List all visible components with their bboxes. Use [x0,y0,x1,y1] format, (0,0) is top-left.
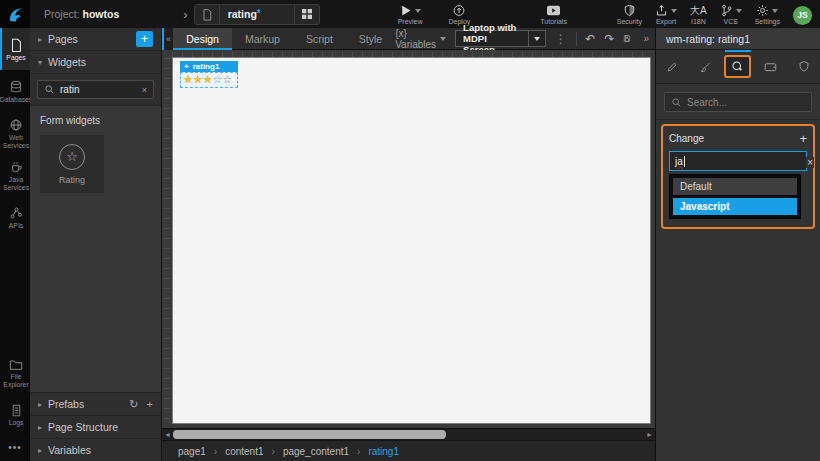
breadcrumb-page1[interactable]: page1 [178,446,206,457]
tab-mobile[interactable] [754,50,787,83]
scrollbar-track[interactable] [173,430,644,439]
topbar-right-actions: Security Export 大A I18N [617,4,820,25]
sidebar-item-databases[interactable]: Databases [0,70,30,112]
globe-icon [9,118,23,132]
center-column: « Design Markup Script Style {x} Variabl… [162,28,655,461]
add-page-button[interactable]: + [136,31,153,47]
sidebar-item-file-explorer[interactable]: File Explorer [0,352,30,394]
breadcrumb-rating1[interactable]: rating1 [368,446,399,457]
pages-panel-label: Pages [48,33,78,45]
option-javascript[interactable]: Javascript [673,198,797,215]
more-options-icon[interactable]: ⋮ [555,32,567,46]
sidebar-item-pages[interactable]: Pages [0,28,30,70]
device-selector[interactable]: Laptop with MDPI Screen [455,30,546,47]
wavemaker-logo-icon [6,5,24,23]
divider [656,119,820,120]
widget-selection-tag[interactable]: + rating1 [180,61,238,72]
rail-label: Java Services [2,176,30,192]
rating1-widget[interactable]: + rating1 ★★★☆☆ [180,61,238,88]
vcs-branch-icon [720,4,733,17]
scroll-right-icon[interactable]: ► [644,431,655,438]
scroll-left-icon[interactable]: ◄ [162,431,173,438]
scrollbar-thumb[interactable] [173,430,446,439]
rail-more-button[interactable]: ••• [0,436,30,461]
expand-right-panel-button[interactable]: » [640,33,652,44]
redo-button[interactable]: ↷ [604,33,614,45]
breadcrumb-separator: › [357,446,360,457]
rail-label: File Explorer [2,373,30,389]
tab-markup[interactable]: Markup [232,28,293,50]
prefabs-panel-header[interactable]: ▸ Prefabs ↻ + [30,392,161,415]
option-default[interactable]: Default [673,178,797,195]
pages-panel-header[interactable]: ▸ Pages + [30,28,161,51]
preview-button[interactable]: Preview [398,4,423,25]
rating-stars[interactable]: ★★★☆☆ [180,72,238,88]
export-chevron-icon[interactable] [671,9,677,13]
pages-grid-icon[interactable] [294,5,319,24]
text-cursor [684,156,685,167]
star[interactable]: ★ [193,73,203,85]
settings-label: Settings [755,18,780,25]
sidebar-item-logs[interactable]: Logs [0,394,30,436]
events-search-input[interactable]: Search... [664,92,812,112]
breadcrumb-page-content1[interactable]: page_content1 [283,446,349,457]
tab-properties[interactable] [656,50,689,83]
tab-design[interactable]: Design [173,28,232,50]
left-rail: Pages Databases Web Services [0,28,30,461]
sidebar-item-java-services[interactable]: Java Services [0,154,30,196]
move-icon[interactable]: + [184,62,189,71]
settings-chevron-icon[interactable] [772,9,778,13]
rating-star-icon: ☆ [59,144,85,170]
vcs-chevron-icon[interactable] [736,9,742,13]
star[interactable]: ★ [183,73,193,85]
tab-style[interactable]: Style [346,28,395,50]
settings-button[interactable]: Settings [755,4,780,25]
rating-widget-tile[interactable]: ☆ Rating [40,135,104,193]
collapse-left-panel-button[interactable]: « [162,28,173,50]
security-shield-icon [623,4,636,17]
sidebar-item-apis[interactable]: APIs [0,196,30,238]
form-widgets-label: Form widgets [40,115,151,126]
mobile-device-icon [757,56,784,78]
page-selector[interactable]: rating* [194,4,320,25]
refresh-prefabs-icon[interactable]: ↻ [129,398,138,411]
variables-panel-header[interactable]: ▸ Variables [30,438,161,461]
export-button[interactable]: Export [655,4,677,25]
horizontal-scrollbar[interactable]: ◄ ► [162,428,655,440]
tab-events[interactable] [722,50,755,83]
tab-script[interactable]: Script [293,28,346,50]
play-icon [399,4,412,17]
preview-chevron-icon[interactable] [415,9,421,13]
clear-search-icon[interactable]: × [142,85,147,95]
close-suggestions-icon[interactable]: × [806,157,814,168]
add-prefab-icon[interactable]: + [147,398,153,411]
widgets-panel-header[interactable]: ▾ Widgets [30,51,161,74]
vcs-button[interactable]: VCS [720,4,742,25]
breadcrumb-content1[interactable]: content1 [225,446,263,457]
star[interactable]: ☆ [213,73,223,85]
design-canvas[interactable]: + rating1 ★★★☆☆ [172,57,651,424]
wavemaker-logo[interactable] [0,0,30,28]
star[interactable]: ★ [203,73,213,85]
tab-styles[interactable] [689,50,722,83]
security-button[interactable]: Security [617,4,642,25]
tutorials-button[interactable]: Tutorials [540,4,567,25]
breadcrumb-separator: › [272,446,275,457]
user-avatar[interactable]: JS [793,6,812,25]
vcs-label: VCS [724,18,738,25]
search-icon [671,97,682,108]
page-structure-panel-header[interactable]: ▸ Page Structure [30,415,161,438]
widget-search-input[interactable]: ratin × [37,80,154,99]
i18n-button[interactable]: 大A I18N [690,4,707,25]
variables-dropdown[interactable]: {x} Variables [395,28,446,50]
star[interactable]: ☆ [223,73,233,85]
undo-button[interactable]: ↶ [585,33,595,45]
toolbar-right: {x} Variables Laptop with MDPI Screen ⋮ … [395,28,655,50]
add-event-action-icon[interactable]: + [799,134,807,144]
tab-security[interactable] [787,50,820,83]
right-panel-title: wm-rating: rating1 [656,28,820,50]
save-button[interactable] [623,32,631,45]
styles-brush-icon [692,56,719,78]
sidebar-item-web-services[interactable]: Web Services [0,112,30,154]
change-event-input[interactable]: ja [669,151,807,171]
